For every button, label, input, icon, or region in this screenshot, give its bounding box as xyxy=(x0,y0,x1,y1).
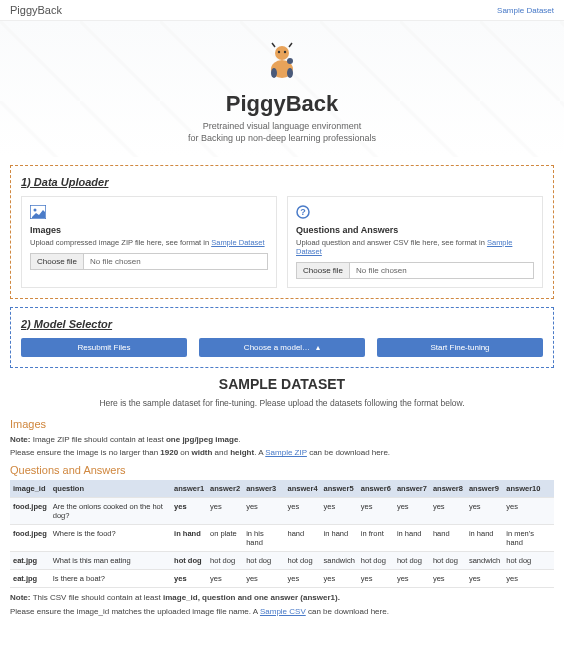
svg-point-1 xyxy=(275,46,289,60)
uploader-title: 1) Data Uploader xyxy=(21,176,543,188)
table-header: answer10 xyxy=(503,480,554,498)
images-file-name: No file chosen xyxy=(84,254,267,269)
table-cell: food.jpeg xyxy=(10,498,50,525)
brand-name: PiggyBack xyxy=(10,4,62,16)
table-cell: in his hand xyxy=(243,525,284,552)
table-cell: Where is the food? xyxy=(50,525,171,552)
table-cell: yes xyxy=(503,498,554,525)
svg-text:?: ? xyxy=(300,207,306,217)
table-cell: hot dog xyxy=(171,552,207,570)
table-row: food.jpegAre the onions cooked on the ho… xyxy=(10,498,554,525)
table-cell: yes xyxy=(243,498,284,525)
table-cell: hand xyxy=(430,525,466,552)
topbar: PiggyBack Sample Dataset xyxy=(0,0,564,21)
table-cell: hot dog xyxy=(358,552,394,570)
table-cell: yes xyxy=(503,570,554,588)
table-cell: yes xyxy=(171,498,207,525)
model-title: 2) Model Selector xyxy=(21,318,543,330)
table-cell: in hand xyxy=(171,525,207,552)
table-cell: hot dog xyxy=(503,552,554,570)
table-row: eat.jpgIs there a boat?yesyesyesyesyesye… xyxy=(10,570,554,588)
table-cell: yes xyxy=(285,498,321,525)
table-header: answer9 xyxy=(466,480,503,498)
images-sample-link[interactable]: Sample Dataset xyxy=(211,238,264,247)
qa-desc: Upload question and answer CSV file here… xyxy=(296,238,534,256)
table-cell: Is there a boat? xyxy=(50,570,171,588)
table-cell: sandwich xyxy=(466,552,503,570)
sample-zip-link[interactable]: Sample ZIP xyxy=(265,448,307,457)
image-icon xyxy=(30,205,268,221)
footer-note-1: Note: This CSV file should contain at le… xyxy=(10,592,554,603)
svg-point-2 xyxy=(278,51,280,53)
images-choose-button[interactable]: Choose file xyxy=(31,254,84,269)
table-cell: in hand xyxy=(321,525,358,552)
table-cell: What is this man eating xyxy=(50,552,171,570)
table-cell: yes xyxy=(430,498,466,525)
table-cell: in hand xyxy=(394,525,430,552)
images-upload-card: Images Upload compressed image ZIP file … xyxy=(21,196,277,288)
table-cell: hot dog xyxy=(394,552,430,570)
images-subhead: Images xyxy=(10,418,554,430)
table-cell: yes xyxy=(358,498,394,525)
sample-dataset-title: SAMPLE DATASET xyxy=(0,376,564,392)
images-file-input[interactable]: Choose file No file chosen xyxy=(30,253,268,270)
chevron-up-icon: ▴ xyxy=(316,343,320,352)
table-cell: yes xyxy=(171,570,207,588)
start-finetuning-button[interactable]: Start Fine-tuning xyxy=(377,338,543,357)
qa-heading: Questions and Answers xyxy=(296,225,534,235)
qa-file-name: No file chosen xyxy=(350,263,533,278)
sample-csv-link[interactable]: Sample CSV xyxy=(260,607,306,616)
table-cell: eat.jpg xyxy=(10,552,50,570)
question-icon: ? xyxy=(296,205,534,221)
table-cell: in front xyxy=(358,525,394,552)
table-cell: yes xyxy=(466,498,503,525)
svg-point-3 xyxy=(284,51,286,53)
resubmit-button[interactable]: Resubmit Files xyxy=(21,338,187,357)
qa-file-input[interactable]: Choose file No file chosen xyxy=(296,262,534,279)
table-cell: yes xyxy=(466,570,503,588)
table-cell: yes xyxy=(394,498,430,525)
footer-note-2: Please ensure the image_id matches the u… xyxy=(10,606,554,617)
table-header: image_id xyxy=(10,480,50,498)
svg-point-6 xyxy=(287,58,293,64)
table-cell: hot dog xyxy=(285,552,321,570)
table-header: answer6 xyxy=(358,480,394,498)
qa-choose-button[interactable]: Choose file xyxy=(297,263,350,278)
table-cell: hand xyxy=(285,525,321,552)
images-heading: Images xyxy=(30,225,268,235)
table-row: food.jpegWhere is the food?in handon pla… xyxy=(10,525,554,552)
table-cell: food.jpeg xyxy=(10,525,50,552)
svg-point-5 xyxy=(287,68,293,78)
sample-dataset-desc: Here is the sample dataset for fine-tuni… xyxy=(0,398,564,408)
images-note-2: Please ensure the image is no larger tha… xyxy=(10,447,554,458)
svg-point-8 xyxy=(34,209,37,212)
table-cell: yes xyxy=(358,570,394,588)
table-cell: eat.jpg xyxy=(10,570,50,588)
table-cell: yes xyxy=(207,570,243,588)
images-desc: Upload compressed image ZIP file here, s… xyxy=(30,238,268,247)
data-uploader-section: 1) Data Uploader Images Upload compresse… xyxy=(10,165,554,299)
hero-title: PiggyBack xyxy=(0,91,564,117)
table-cell: hot dog xyxy=(243,552,284,570)
images-note-1: Note: Image ZIP file should contain at l… xyxy=(10,434,554,445)
hero: PiggyBack Pretrained visual language env… xyxy=(0,21,564,157)
table-cell: yes xyxy=(207,498,243,525)
table-cell: yes xyxy=(430,570,466,588)
qa-upload-card: ? Questions and Answers Upload question … xyxy=(287,196,543,288)
table-cell: sandwich xyxy=(321,552,358,570)
model-selector-section: 2) Model Selector Resubmit Files Choose … xyxy=(10,307,554,368)
table-header: answer2 xyxy=(207,480,243,498)
qa-table: image_idquestionanswer1answer2answer3ans… xyxy=(10,480,554,588)
table-header: answer7 xyxy=(394,480,430,498)
table-cell: Are the onions cooked on the hot dog? xyxy=(50,498,171,525)
table-row: eat.jpgWhat is this man eatinghot doghot… xyxy=(10,552,554,570)
table-body: food.jpegAre the onions cooked on the ho… xyxy=(10,498,554,588)
table-header: question xyxy=(50,480,171,498)
hero-sub1: Pretrained visual language environment xyxy=(0,121,564,131)
piggyback-logo-icon xyxy=(260,39,304,83)
table-header: answer1 xyxy=(171,480,207,498)
sample-dataset-link[interactable]: Sample Dataset xyxy=(497,6,554,15)
table-header-row: image_idquestionanswer1answer2answer3ans… xyxy=(10,480,554,498)
choose-model-dropdown[interactable]: Choose a model…▴ xyxy=(199,338,365,357)
table-cell: in hand xyxy=(466,525,503,552)
